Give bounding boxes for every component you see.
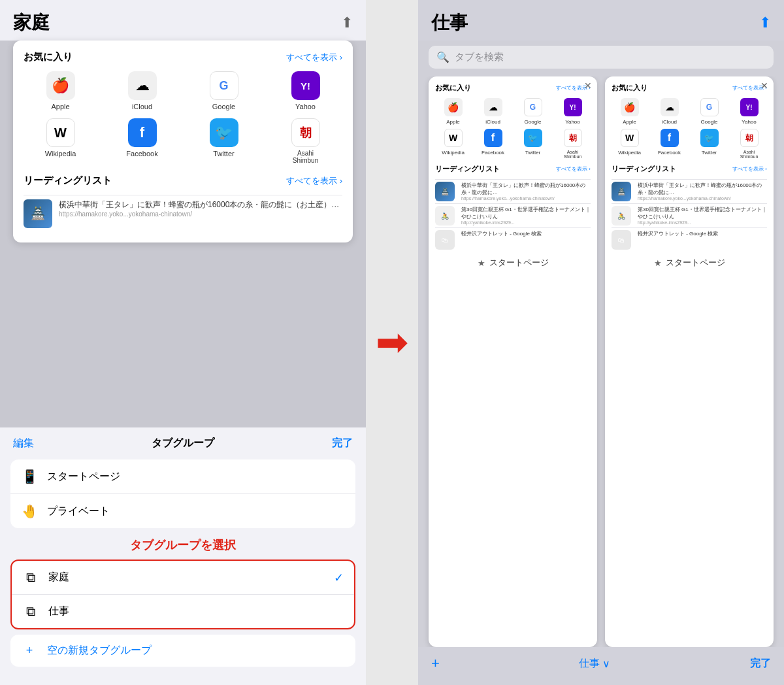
tab1-bm-twitter[interactable]: 🐦 Twitter: [515, 129, 551, 159]
group-shigoto-label: 仕事: [48, 605, 344, 618]
private-icon: 🤚: [21, 503, 38, 519]
tab2-bm-facebook[interactable]: f Facebook: [651, 129, 687, 159]
new-group-plus-icon: +: [21, 644, 38, 658]
reading-url-left: https://hamakore.yoko...yokohama-chinato…: [59, 210, 339, 218]
group-katei-icon: ⧉: [22, 570, 39, 585]
favorites-link[interactable]: すべてを表示 ›: [286, 52, 342, 63]
tab1-reading-content-2: 第30回寛仁親王杯 G1・世界選手権記念トーナメント｜やひこけいりん http:…: [461, 206, 591, 225]
tab2-bm-icloud[interactable]: ☁ iCloud: [651, 98, 687, 125]
sheet-done-button[interactable]: 完了: [332, 437, 353, 450]
right-bottom-bar: + 仕事 ∨ 完了: [418, 647, 784, 685]
bookmark-icloud[interactable]: ☁ iCloud: [105, 71, 179, 110]
bookmarks-grid-left: 🍎 Apple ☁ iCloud G Google Y! Yahoo W: [24, 71, 342, 164]
tab1-bm-apple[interactable]: 🍎 Apple: [435, 98, 471, 125]
bookmark-asahi[interactable]: 朝 AsahiShimbun: [269, 118, 342, 164]
tab2-thumb-1: 🏯: [612, 182, 631, 201]
tab1-reading-3[interactable]: 🛍 軽井沢アウトレット - Google 検索: [435, 227, 591, 252]
tab1-bm-wiki[interactable]: W Wikipedia: [435, 129, 471, 159]
arrow-container: ➡: [366, 0, 418, 685]
tab1-reading-1[interactable]: 🏯 横浜中華街「王タレ」に歓声！蜂蜜の瓶が16000本の糸・龍の髭に… http…: [435, 179, 591, 203]
reading-thumb-left: 🏯: [24, 199, 52, 228]
tab2-start-label[interactable]: ★ スタートページ: [612, 252, 767, 274]
group-name-dropdown[interactable]: 仕事 ∨: [579, 657, 610, 671]
tab2-fb-label: Facebook: [658, 150, 681, 156]
sheet-edit-button[interactable]: 編集: [13, 437, 34, 450]
tab1-reading-content-1: 横浜中華街「王タレ」に歓声！蜂蜜の瓶が16000本の糸・龍の髭に… https:…: [461, 182, 591, 201]
new-group-button[interactable]: + 空の新規タブグループ: [10, 635, 355, 667]
tab1-reading-title: リーディングリスト: [435, 164, 500, 174]
tab1-icloud-label: iCloud: [485, 119, 500, 125]
tab2-reading-text-2: 第30回寛仁親王杯 G1・世界選手権記念トーナメント｜やひこけいりん: [638, 206, 767, 220]
tab2-bm-wiki[interactable]: W Wikipedia: [612, 129, 647, 159]
bookmark-google[interactable]: G Google: [187, 71, 261, 110]
reading-link-left[interactable]: すべてを表示 ›: [286, 175, 342, 187]
facebook-icon: f: [128, 118, 157, 147]
tab2-reading-content-2: 第30回寛仁親王杯 G1・世界選手権記念トーナメント｜やひこけいりん http:…: [638, 206, 767, 225]
tab1-reading-2[interactable]: 🚴 第30回寛仁親王杯 G1・世界選手権記念トーナメント｜やひこけいりん htt…: [435, 203, 591, 227]
tab1-bm-google[interactable]: G Google: [515, 98, 551, 125]
group-name-text: 仕事: [579, 657, 600, 671]
twitter-label: Twitter: [213, 150, 234, 158]
tab2-bm-asahi[interactable]: 朝 AsahiShimbun: [731, 129, 767, 159]
tab2-reading-1[interactable]: 🏯 横浜中華街「王タレ」に歓声！蜂蜜の瓶が16000本の糸・龍の髭に… http…: [612, 179, 767, 203]
share-icon-left[interactable]: ⬆: [341, 14, 353, 31]
tab1-bm-icloud[interactable]: ☁ iCloud: [475, 98, 511, 125]
left-panel: 家庭 ⬆ お気に入り すべてを表示 › 🍎 Apple ☁ iCloud G G…: [0, 0, 366, 685]
group-shigoto[interactable]: ⧉ 仕事: [12, 595, 354, 628]
tab2-reading-content-1: 横浜中華街「王タレ」に歓声！蜂蜜の瓶が16000本の糸・龍の髭に… https:…: [638, 182, 767, 201]
tab1-bm-facebook[interactable]: f Facebook: [475, 129, 511, 159]
icloud-icon: ☁: [128, 71, 157, 100]
tab1-thumb-1: 🏯: [435, 182, 455, 201]
bookmark-facebook[interactable]: f Facebook: [105, 118, 179, 164]
tab2-bm-twitter[interactable]: 🐦 Twitter: [691, 129, 727, 159]
tab1-bm-yahoo[interactable]: Y! Yahoo: [555, 98, 591, 125]
tab1-start-label[interactable]: ★ スタートページ: [435, 252, 591, 274]
bookmark-yahoo[interactable]: Y! Yahoo: [269, 71, 342, 110]
safari-card-left: お気に入り すべてを表示 › 🍎 Apple ☁ iCloud G Google…: [13, 41, 353, 242]
tab-close-2[interactable]: ✕: [760, 80, 768, 91]
tab2-reading-2[interactable]: 🚴 第30回寛仁親王杯 G1・世界選手権記念トーナメント｜やひこけいりん htt…: [612, 203, 767, 227]
tab2-fav-title: お気に入り: [612, 83, 647, 93]
tab2-apple-icon: 🍎: [621, 98, 639, 116]
reading-header-left: リーディングリスト すべてを表示 ›: [24, 175, 342, 187]
left-top-section: 家庭 ⬆ お気に入り すべてを表示 › 🍎 Apple ☁ iCloud G G…: [0, 0, 366, 427]
tab2-start-text: スタートページ: [666, 257, 725, 269]
reading-item-left[interactable]: 🏯 横浜中華街「王タレ」に歓声！蜂蜜の瓶が16000本の糸・龍の髭に（お土産）……: [24, 195, 342, 232]
tab1-thumb-3: 🛍: [435, 230, 455, 250]
tab2-reading-3[interactable]: 🛍 軽井沢アウトレット - Google 検索: [612, 227, 767, 252]
tab-card-2[interactable]: ✕ お気に入り すべてを表示 › 🍎 Apple ☁ iCloud G Goog…: [605, 76, 774, 647]
start-page-item[interactable]: 📱 スタートページ: [10, 459, 355, 494]
share-icon-right[interactable]: ⬆: [759, 14, 771, 31]
done-button-right[interactable]: 完了: [750, 657, 771, 671]
reading-content-left: 横浜中華街「王タレ」に歓声！蜂蜜の瓶が16000本の糸・龍の髭に（お土産）… h…: [59, 199, 339, 218]
asahi-icon: 朝: [291, 118, 320, 147]
tab1-bm-asahi[interactable]: 朝 AsahiShimbun: [555, 129, 591, 159]
tab1-google-icon: G: [524, 98, 542, 116]
facebook-label: Facebook: [126, 150, 157, 158]
bookmark-apple[interactable]: 🍎 Apple: [24, 71, 97, 110]
search-bar[interactable]: 🔍 タブを検索: [429, 46, 774, 69]
right-arrow-icon: ➡: [376, 323, 408, 362]
tab1-apple-icon: 🍎: [444, 98, 463, 116]
tab1-thumb-2: 🚴: [435, 206, 455, 226]
tab1-reading-text-1: 横浜中華街「王タレ」に歓声！蜂蜜の瓶が16000本の糸・龍の髭に…: [461, 182, 591, 196]
bookmark-wikipedia[interactable]: W Wikipedia: [24, 118, 97, 164]
tab1-reading-link[interactable]: すべてを表示 ›: [556, 165, 591, 173]
private-item[interactable]: 🤚 プライベート: [10, 494, 355, 528]
tab2-bm-apple[interactable]: 🍎 Apple: [612, 98, 647, 125]
tab2-yahoo-icon: Y!: [740, 98, 759, 116]
tab2-icloud-label: iCloud: [662, 119, 677, 125]
tab2-reading-link[interactable]: すべてを表示 ›: [732, 165, 767, 173]
wikipedia-label: Wikipedia: [45, 150, 76, 158]
group-katei[interactable]: ⧉ 家庭 ✓: [12, 561, 354, 595]
tab2-bm-yahoo[interactable]: Y! Yahoo: [731, 98, 767, 125]
add-tab-button[interactable]: +: [431, 655, 440, 672]
tab2-bm-google[interactable]: G Google: [691, 98, 727, 125]
right-panel: 仕事 ⬆ 🔍 タブを検索 ✕ お気に入り すべてを表示 › 🍎 Apple ☁ …: [418, 0, 784, 685]
tab-close-1[interactable]: ✕: [584, 80, 592, 91]
tab1-icloud-icon: ☁: [484, 98, 502, 116]
tab-card-1[interactable]: ✕ お気に入り すべてを表示 › 🍎 Apple ☁ iCloud G Goog…: [429, 76, 597, 647]
tab2-wiki-icon: W: [621, 129, 639, 147]
bookmark-twitter[interactable]: 🐦 Twitter: [187, 118, 261, 164]
tab2-fb-icon: f: [661, 129, 679, 147]
